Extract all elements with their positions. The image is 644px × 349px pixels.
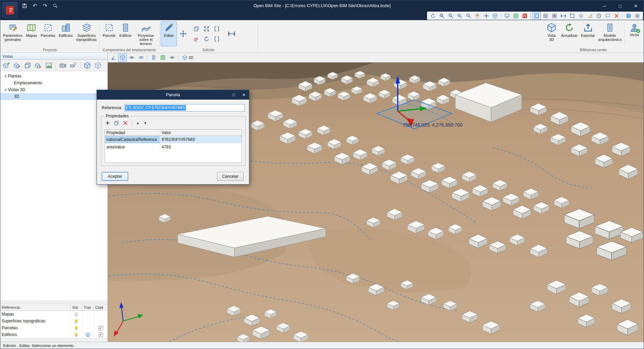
view-cube-button[interactable]	[118, 54, 127, 62]
quantities-table-button[interactable]	[512, 12, 520, 19]
chevron-down-icon[interactable]: ▾	[3, 74, 8, 78]
tree-item-plantas[interactable]: ▾ Plantas	[0, 73, 107, 79]
capt-checkbox-checked[interactable]: ✓	[99, 326, 103, 330]
property-row-cadastral[interactable]: nationalCadastralReference 6762304YH5766…	[105, 136, 241, 143]
rotate-button[interactable]	[202, 34, 211, 43]
measure-button[interactable]	[226, 21, 237, 46]
building-levels-button[interactable]	[149, 54, 158, 62]
save-button[interactable]	[20, 2, 29, 10]
align-button[interactable]	[212, 24, 221, 33]
tree-item-vistas-3d[interactable]: ▾ Vistas 3D	[0, 86, 107, 93]
exportar-button[interactable]: Exportar	[580, 21, 597, 46]
angle-snap-button[interactable]	[109, 54, 117, 62]
parametros-generales-button[interactable]: Parámetros generales	[2, 21, 24, 46]
delete-view-button[interactable]	[33, 61, 43, 70]
new-view-button[interactable]	[2, 61, 11, 70]
visibility-cell[interactable]	[71, 331, 82, 338]
screen-capture-button[interactable]	[503, 12, 511, 19]
redo-button[interactable]: ↷	[41, 2, 49, 10]
tree-item-3d[interactable]: 3D	[0, 93, 107, 100]
zoom-window-button[interactable]	[438, 12, 446, 19]
transparency-cell[interactable]	[82, 318, 94, 324]
user-victor-button[interactable]: Victor	[626, 21, 643, 46]
visibility-cell[interactable]	[71, 324, 82, 331]
zoom-in-button[interactable]	[455, 12, 464, 19]
erase-button[interactable]	[192, 34, 201, 43]
perspective-view-button[interactable]	[83, 61, 92, 70]
delete-tool-button[interactable]	[612, 12, 620, 19]
superficies-topograficas-button[interactable]: Superficies topográficas	[75, 21, 98, 46]
move-down-button[interactable]: ▼	[143, 121, 148, 125]
duplicate-view-button[interactable]	[23, 61, 32, 70]
capture-cell[interactable]: ✓	[94, 324, 107, 331]
scene-background-button[interactable]	[44, 61, 54, 70]
referencia-input[interactable]: ES.SDGC.CP.6762304YH5766S	[124, 104, 245, 112]
pan-button[interactable]	[473, 12, 481, 19]
proyectar-terreno-button[interactable]: Proyectar sobre el terreno	[134, 21, 158, 46]
dialog-title-bar[interactable]: Parcela □ ✕	[97, 90, 249, 100]
orbit-button[interactable]	[137, 54, 145, 62]
cype-logo-button[interactable]	[521, 12, 529, 19]
view-3d-badge[interactable]: 3D	[180, 54, 195, 62]
parcela-button[interactable]: Parcela	[101, 21, 117, 46]
object-snap-button[interactable]	[568, 12, 576, 19]
edificio-button[interactable]: Edificio	[117, 21, 133, 46]
quantities-button[interactable]	[159, 54, 167, 62]
edit-view-button[interactable]	[12, 61, 22, 70]
selection-window-button[interactable]	[532, 12, 541, 19]
copy-property-button[interactable]	[113, 119, 120, 126]
dialog-maximize-button[interactable]: □	[229, 90, 239, 100]
dimensions-button[interactable]	[559, 12, 567, 19]
refresh-view-button[interactable]	[429, 12, 437, 19]
dialog-close-button[interactable]: ✕	[239, 90, 249, 100]
mapas-button[interactable]: Mapas	[24, 21, 39, 46]
panel-splitter[interactable]: · · · ·	[0, 301, 107, 304]
property-row-area[interactable]: areaValue 4783	[105, 143, 241, 151]
copy-button[interactable]	[192, 24, 201, 33]
aceptar-button[interactable]: Aceptar	[102, 172, 128, 181]
parallel-view-button[interactable]	[93, 61, 103, 70]
grid-button[interactable]	[541, 12, 550, 19]
zoom-extents-button[interactable]	[447, 12, 455, 19]
search-button[interactable]	[51, 2, 60, 10]
annotation-button[interactable]	[603, 12, 612, 19]
edificios-button[interactable]: Edificios	[57, 21, 74, 46]
close-button[interactable]: ✕	[628, 0, 644, 11]
minimize-button[interactable]: ─	[597, 0, 612, 11]
visibility-cell[interactable]	[71, 318, 82, 324]
visibility-cell[interactable]	[71, 311, 82, 318]
modelo-arquitectonico-button[interactable]: Modelo arquitectónico	[597, 21, 623, 46]
capture-cell[interactable]	[94, 318, 107, 324]
app-button[interactable]	[2, 2, 17, 18]
orbit-eye-button[interactable]	[128, 54, 136, 62]
stretch-button[interactable]	[202, 24, 211, 33]
delete-property-button[interactable]	[122, 119, 129, 126]
set-square-button[interactable]	[586, 12, 594, 19]
editar-button[interactable]: Editar	[161, 21, 177, 46]
transparency-cell[interactable]	[82, 324, 94, 331]
chevron-down-icon[interactable]: ▾	[3, 88, 8, 92]
visibility-button[interactable]	[168, 54, 176, 62]
parcelas-button[interactable]: Parcelas	[40, 21, 56, 46]
snap-grid-button[interactable]	[550, 12, 558, 19]
center-model-button[interactable]	[482, 12, 490, 19]
transparency-cell[interactable]	[82, 331, 94, 338]
camera-path-button[interactable]	[69, 61, 78, 70]
layer-row-mapas[interactable]: Mapas	[0, 311, 107, 318]
maximize-button[interactable]: □	[612, 0, 628, 11]
camera-button[interactable]	[58, 61, 68, 70]
capture-cell[interactable]: ✓	[94, 331, 107, 338]
add-property-button[interactable]	[104, 119, 111, 126]
invert-button[interactable]	[212, 34, 221, 43]
move-tool-button[interactable]	[177, 21, 189, 46]
iso-view-button[interactable]	[491, 12, 499, 19]
transparency-cell[interactable]	[82, 311, 94, 318]
capt-checkbox-checked[interactable]: ✓	[99, 333, 103, 337]
actualizar-button[interactable]: Actualizar	[560, 21, 579, 46]
zoom-out-button[interactable]	[464, 12, 472, 19]
tree-item-emplazamiento[interactable]: Emplazamiento	[0, 79, 107, 86]
web-button[interactable]	[624, 12, 632, 19]
vista-3d-button[interactable]: Vista 3D	[544, 21, 559, 46]
move-up-button[interactable]: ▲	[135, 121, 141, 125]
settings-button[interactable]	[633, 12, 641, 19]
